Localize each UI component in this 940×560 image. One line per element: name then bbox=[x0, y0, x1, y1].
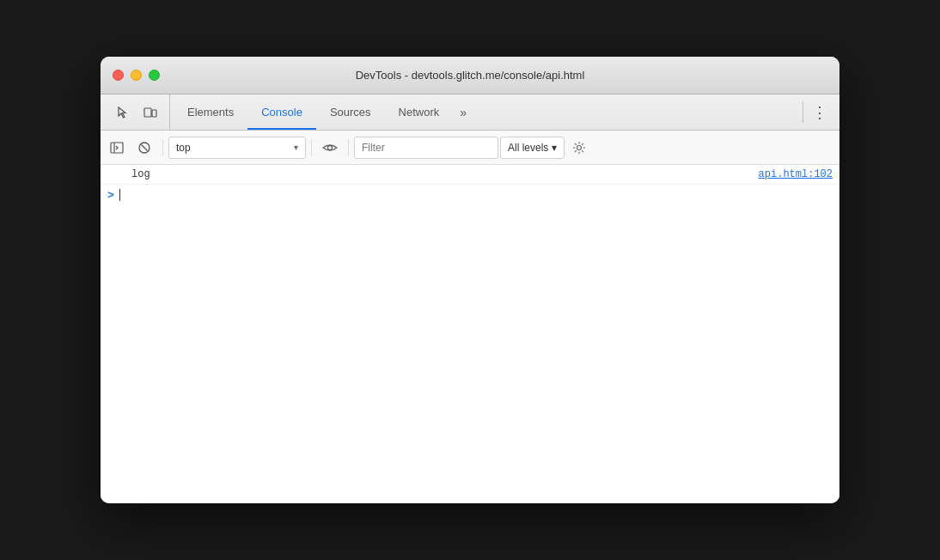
log-levels-button[interactable]: All levels ▾ bbox=[500, 137, 565, 159]
live-expression-icon bbox=[322, 142, 338, 154]
inspect-element-button[interactable] bbox=[111, 100, 135, 125]
toolbar-separator-3 bbox=[348, 139, 349, 156]
console-prompt: > bbox=[107, 189, 114, 202]
console-toolbar: top ▾ All levels ▾ bbox=[101, 131, 839, 165]
window-title: DevTools - devtools.glitch.me/console/ap… bbox=[356, 69, 585, 82]
console-log-source[interactable]: api.html:102 bbox=[759, 168, 833, 180]
clear-console-button[interactable] bbox=[131, 135, 157, 161]
svg-rect-0 bbox=[144, 108, 151, 117]
device-toggle-icon bbox=[143, 106, 157, 119]
tab-elements[interactable]: Elements bbox=[174, 94, 247, 130]
console-input-row[interactable]: > bbox=[101, 185, 839, 205]
cursor-icon bbox=[116, 106, 130, 119]
devtools-window: DevTools - devtools.glitch.me/console/ap… bbox=[101, 57, 839, 503]
svg-line-5 bbox=[142, 144, 148, 150]
toolbar-separator-1 bbox=[162, 139, 163, 156]
more-tabs-button[interactable]: » bbox=[453, 94, 473, 130]
svg-point-7 bbox=[577, 145, 582, 149]
devtools-menu-button[interactable]: ⋮ bbox=[803, 94, 836, 130]
device-toggle-button[interactable] bbox=[138, 100, 162, 125]
settings-icon bbox=[572, 141, 586, 155]
filter-input-wrap[interactable] bbox=[354, 137, 498, 159]
tabs: Elements Console Sources Network » bbox=[174, 94, 803, 130]
close-button[interactable] bbox=[113, 70, 124, 81]
svg-rect-2 bbox=[111, 143, 123, 153]
traffic-lights bbox=[113, 70, 160, 81]
console-sidebar-toggle-button[interactable] bbox=[104, 135, 130, 161]
console-log-row: log api.html:102 bbox=[101, 165, 839, 185]
tab-sources[interactable]: Sources bbox=[316, 94, 385, 130]
tabbar: Elements Console Sources Network » ⋮ bbox=[101, 94, 839, 131]
clear-console-icon bbox=[137, 141, 151, 155]
console-log-text: log bbox=[131, 168, 759, 180]
maximize-button[interactable] bbox=[149, 70, 160, 81]
svg-rect-1 bbox=[152, 110, 156, 117]
titlebar: DevTools - devtools.glitch.me/console/ap… bbox=[101, 57, 839, 94]
tab-left-icons bbox=[104, 94, 170, 130]
minimize-button[interactable] bbox=[131, 70, 142, 81]
sidebar-toggle-icon bbox=[110, 141, 124, 155]
toolbar-separator-2 bbox=[311, 139, 312, 156]
svg-point-6 bbox=[328, 145, 333, 149]
console-settings-button[interactable] bbox=[566, 135, 592, 161]
live-expression-button[interactable] bbox=[317, 135, 343, 161]
console-output: log api.html:102 > bbox=[101, 165, 839, 503]
filter-input[interactable] bbox=[362, 142, 491, 154]
context-selector[interactable]: top ▾ bbox=[168, 137, 306, 159]
console-cursor bbox=[119, 189, 120, 201]
tab-console[interactable]: Console bbox=[247, 94, 316, 130]
tab-network[interactable]: Network bbox=[385, 94, 454, 130]
